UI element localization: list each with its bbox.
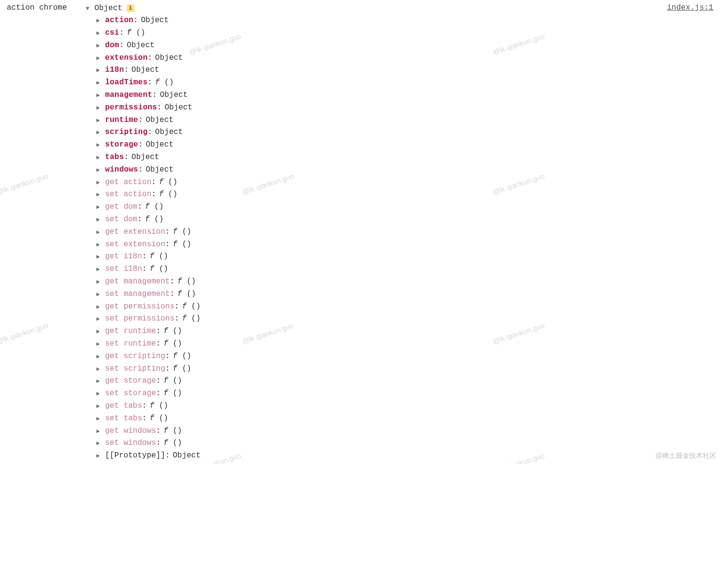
source-link[interactable]: index.js:1 bbox=[667, 2, 713, 14]
chevron-right-icon[interactable]: ▶ bbox=[96, 315, 102, 324]
property-row[interactable]: ▶get dom:f () bbox=[96, 201, 717, 214]
info-icon[interactable]: i bbox=[127, 4, 134, 12]
chevron-down-icon[interactable]: ▼ bbox=[86, 4, 92, 13]
property-row[interactable]: ▶get action:f () bbox=[96, 176, 717, 188]
property-value: f () bbox=[177, 276, 196, 288]
property-row[interactable]: ▶dom:Object bbox=[96, 39, 717, 52]
chevron-right-icon[interactable]: ▶ bbox=[96, 104, 102, 113]
property-row[interactable]: ▶management:Object bbox=[96, 89, 717, 102]
chevron-right-icon[interactable]: ▶ bbox=[96, 178, 102, 187]
property-row[interactable]: ▶set i18n:f () bbox=[96, 263, 717, 276]
colon-separator: : bbox=[137, 201, 142, 213]
chevron-right-icon[interactable]: ▶ bbox=[96, 215, 102, 225]
property-row[interactable]: ▶csi:f () bbox=[96, 27, 717, 40]
property-value: Object bbox=[132, 151, 160, 163]
chevron-right-icon[interactable]: ▶ bbox=[96, 29, 102, 38]
property-key: tabs bbox=[105, 151, 124, 163]
property-key: set i18n bbox=[105, 263, 142, 275]
property-value: f () bbox=[163, 325, 182, 337]
chevron-right-icon[interactable]: ▶ bbox=[96, 190, 102, 200]
colon-separator: : bbox=[151, 176, 156, 188]
property-row[interactable]: ▶get tabs:f () bbox=[96, 400, 717, 413]
property-key: get permissions bbox=[105, 301, 174, 313]
property-row[interactable]: ▶runtime:Object bbox=[96, 114, 717, 126]
property-key: scripting bbox=[105, 126, 147, 138]
chevron-right-icon[interactable]: ▶ bbox=[96, 265, 102, 274]
property-value: Object bbox=[155, 52, 183, 64]
property-row[interactable]: ▶set tabs:f () bbox=[96, 412, 717, 425]
chevron-right-icon[interactable]: ▶ bbox=[96, 439, 102, 448]
chevron-right-icon[interactable]: ▶ bbox=[96, 16, 102, 26]
property-key: runtime bbox=[105, 114, 138, 126]
chevron-right-icon[interactable]: ▶ bbox=[96, 352, 102, 361]
chevron-right-icon[interactable]: ▶ bbox=[96, 141, 102, 150]
property-key: action bbox=[105, 14, 134, 27]
property-key: set extension bbox=[105, 239, 165, 251]
chevron-right-icon[interactable]: ▶ bbox=[96, 253, 102, 262]
chevron-right-icon[interactable]: ▶ bbox=[96, 41, 102, 51]
chevron-right-icon[interactable]: ▶ bbox=[96, 389, 102, 399]
chevron-right-icon[interactable]: ▶ bbox=[96, 377, 102, 386]
root-object-row[interactable]: ▼ Object i bbox=[86, 2, 717, 14]
chevron-right-icon[interactable]: ▶ bbox=[96, 66, 102, 75]
chevron-right-icon[interactable]: ▶ bbox=[96, 340, 102, 349]
property-row[interactable]: ▶set storage:f () bbox=[96, 388, 717, 400]
property-row[interactable]: ▶[[Prototype]]:Object bbox=[96, 450, 717, 462]
chevron-right-icon[interactable]: ▶ bbox=[96, 452, 102, 461]
property-row[interactable]: ▶set action:f () bbox=[96, 188, 717, 201]
property-row[interactable]: ▶get i18n:f () bbox=[96, 251, 717, 263]
property-row[interactable]: ▶get permissions:f () bbox=[96, 300, 717, 313]
property-row[interactable]: ▶get storage:f () bbox=[96, 375, 717, 388]
chevron-right-icon[interactable]: ▶ bbox=[96, 414, 102, 424]
property-row[interactable]: ▶windows:Object bbox=[96, 163, 717, 176]
colon-separator: : bbox=[156, 437, 161, 449]
property-row[interactable]: ▶set extension:f () bbox=[96, 238, 717, 251]
property-row[interactable]: ▶loadTimes:f () bbox=[96, 77, 717, 89]
property-row[interactable]: ▶i18n:Object bbox=[96, 64, 717, 77]
property-row[interactable]: ▶get management:f () bbox=[96, 276, 717, 288]
colon-separator: : bbox=[170, 276, 174, 288]
chevron-right-icon[interactable]: ▶ bbox=[96, 91, 102, 100]
property-row[interactable]: ▶set management:f () bbox=[96, 288, 717, 300]
property-row[interactable]: ▶get runtime:f () bbox=[96, 325, 717, 338]
property-row[interactable]: ▶set windows:f () bbox=[96, 437, 717, 450]
property-value: Object bbox=[146, 164, 174, 176]
chevron-right-icon[interactable]: ▶ bbox=[96, 241, 102, 250]
chevron-right-icon[interactable]: ▶ bbox=[96, 153, 102, 162]
colon-separator: : bbox=[151, 188, 156, 200]
chevron-right-icon[interactable]: ▶ bbox=[96, 166, 102, 175]
chevron-right-icon[interactable]: ▶ bbox=[96, 327, 102, 336]
property-row[interactable]: ▶extension:Object bbox=[96, 52, 717, 64]
chevron-right-icon[interactable]: ▶ bbox=[96, 54, 102, 63]
chevron-right-icon[interactable]: ▶ bbox=[96, 116, 102, 125]
chevron-right-icon[interactable]: ▶ bbox=[96, 203, 102, 212]
chevron-right-icon[interactable]: ▶ bbox=[96, 427, 102, 436]
property-value: f () bbox=[149, 413, 168, 425]
property-row[interactable]: ▶storage:Object bbox=[96, 139, 717, 151]
property-row[interactable]: ▶set dom:f () bbox=[96, 214, 717, 226]
property-row[interactable]: ▶tabs:Object bbox=[96, 151, 717, 164]
property-row[interactable]: ▶set permissions:f () bbox=[96, 313, 717, 325]
property-key: get dom bbox=[105, 201, 137, 213]
property-row[interactable]: ▶action:Object bbox=[96, 14, 717, 27]
chevron-right-icon[interactable]: ▶ bbox=[96, 128, 102, 137]
property-value: f () bbox=[145, 214, 163, 226]
chevron-right-icon[interactable]: ▶ bbox=[96, 79, 102, 88]
property-key: get storage bbox=[105, 375, 156, 387]
property-row[interactable]: ▶get scripting:f () bbox=[96, 350, 717, 362]
property-key: loadTimes bbox=[105, 77, 147, 89]
property-row[interactable]: ▶permissions:Object bbox=[96, 101, 717, 114]
chevron-right-icon[interactable]: ▶ bbox=[96, 278, 102, 287]
chevron-right-icon[interactable]: ▶ bbox=[96, 402, 102, 411]
chevron-right-icon[interactable]: ▶ bbox=[96, 365, 102, 374]
log-prefix-text: action chrome bbox=[7, 2, 67, 14]
property-row[interactable]: ▶get windows:f () bbox=[96, 425, 717, 437]
chevron-right-icon[interactable]: ▶ bbox=[96, 303, 102, 312]
property-row[interactable]: ▶scripting:Object bbox=[96, 126, 717, 139]
property-row[interactable]: ▶set runtime:f () bbox=[96, 338, 717, 350]
colon-separator: : bbox=[134, 14, 138, 27]
chevron-right-icon[interactable]: ▶ bbox=[96, 290, 102, 299]
property-row[interactable]: ▶get extension:f () bbox=[96, 226, 717, 238]
chevron-right-icon[interactable]: ▶ bbox=[96, 228, 102, 237]
property-row[interactable]: ▶set scripting:f () bbox=[96, 362, 717, 375]
